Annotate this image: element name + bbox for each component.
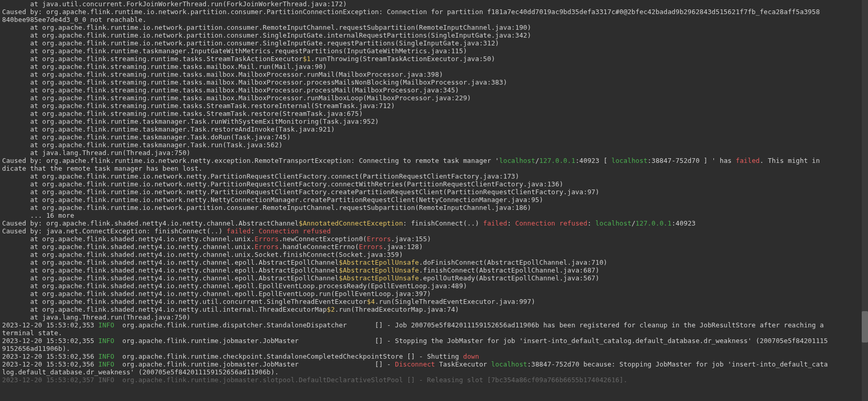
stack-line: at org.apache.flink.shaded.netty4.io.net… <box>2 305 459 313</box>
stack-line: at org.apache.flink.runtime.taskmanager.… <box>2 125 335 133</box>
scrollbar-thumb[interactable] <box>862 311 868 343</box>
stack-line: at org.apache.flink.streaming.runtime.ta… <box>2 110 363 117</box>
stack-line: at org.apache.flink.streaming.runtime.ta… <box>2 55 495 63</box>
log-line: 2023-12-20 15:53:02,356 INFO org.apache.… <box>2 352 479 360</box>
stack-line: at org.apache.flink.shaded.netty4.io.net… <box>2 298 535 305</box>
log-line: 2023-12-20 15:53:02,353 INFO org.apache.… <box>2 321 828 329</box>
log-line: 2023-12-20 15:53:02,356 INFO org.apache.… <box>2 360 828 368</box>
terminal-output[interactable]: at java.util.concurrent.ForkJoinWorkerTh… <box>0 0 868 401</box>
log-line-partial: 2023-12-20 15:53:02,357 INFO org.apache.… <box>2 376 627 384</box>
stack-line: at org.apache.flink.streaming.runtime.ta… <box>2 102 395 110</box>
stack-line: at org.apache.flink.runtime.io.network.n… <box>2 172 519 180</box>
stack-line: 840bee985ee7de4d3_0_0 not reachable. <box>2 16 146 23</box>
stack-line: Caused by: java.net.ConnectException: fi… <box>2 227 331 235</box>
stack-line: at org.apache.flink.runtime.taskmanager.… <box>2 141 283 149</box>
log-line: 9152656ad11906b). <box>2 345 71 352</box>
log-line: 2023-12-20 15:53:02,355 INFO org.apache.… <box>2 337 828 345</box>
stack-line: at java.util.concurrent.ForkJoinWorkerTh… <box>2 0 347 8</box>
stack-line: at org.apache.flink.streaming.runtime.ta… <box>2 94 471 102</box>
stack-line: at org.apache.flink.shaded.netty4.io.net… <box>2 258 607 266</box>
stack-line: at org.apache.flink.runtime.taskmanager.… <box>2 133 291 141</box>
stack-line: at org.apache.flink.streaming.runtime.ta… <box>2 78 507 86</box>
stack-line: at org.apache.flink.shaded.netty4.io.net… <box>2 282 467 290</box>
stack-line: at org.apache.flink.streaming.runtime.ta… <box>2 70 443 78</box>
stack-line: Caused by: org.apache.flink.runtime.io.n… <box>2 157 820 164</box>
stack-line: at org.apache.flink.shaded.netty4.io.net… <box>2 243 423 251</box>
stack-line: ... 16 more <box>2 211 74 219</box>
stack-line: at org.apache.flink.runtime.taskmanager.… <box>2 117 379 125</box>
log-line: log.default_database.dr_weakness' (20070… <box>2 368 279 376</box>
stack-line: at org.apache.flink.shaded.netty4.io.net… <box>2 251 403 258</box>
stack-line: at org.apache.flink.streaming.runtime.ta… <box>2 86 459 94</box>
stack-line: at org.apache.flink.runtime.io.network.n… <box>2 188 600 196</box>
stack-line: at org.apache.flink.shaded.netty4.io.net… <box>2 235 431 243</box>
stack-line: at org.apache.flink.runtime.io.network.n… <box>2 196 543 204</box>
vertical-scrollbar[interactable] <box>862 0 868 401</box>
stack-line: Caused by: org.apache.flink.shaded.netty… <box>2 219 696 227</box>
stack-line: Caused by: org.apache.flink.runtime.io.n… <box>2 8 820 16</box>
stack-line: at java.lang.Thread.run(Thread.java:750) <box>2 313 191 321</box>
stack-line: dicate that the remote task manager has … <box>2 164 203 172</box>
stack-line: at org.apache.flink.runtime.taskmanager.… <box>2 47 467 55</box>
stack-line: at org.apache.flink.runtime.io.network.n… <box>2 180 564 188</box>
stack-line: at org.apache.flink.shaded.netty4.io.net… <box>2 274 600 282</box>
stack-line: at org.apache.flink.runtime.io.network.p… <box>2 39 499 47</box>
stack-line: at org.apache.flink.streaming.runtime.ta… <box>2 63 327 70</box>
stack-line: at org.apache.flink.shaded.netty4.io.net… <box>2 266 600 274</box>
stack-line: at org.apache.flink.shaded.netty4.io.net… <box>2 290 431 298</box>
stack-line: at org.apache.flink.runtime.io.network.p… <box>2 23 531 31</box>
stack-line: at org.apache.flink.runtime.io.network.p… <box>2 31 531 39</box>
log-line: terminal state. <box>2 329 62 337</box>
stack-line: at org.apache.flink.runtime.io.network.p… <box>2 204 531 211</box>
stack-line: at java.lang.Thread.run(Thread.java:750) <box>2 149 191 157</box>
